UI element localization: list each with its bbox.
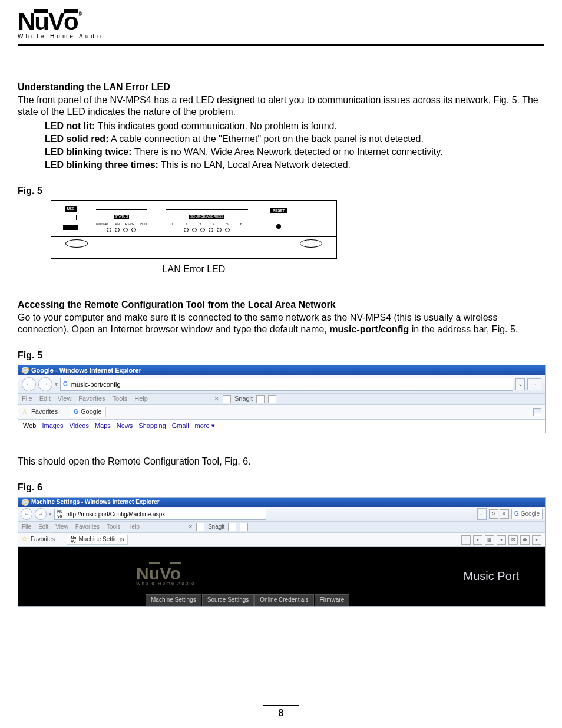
home-icon[interactable]: ⌂	[461, 535, 471, 545]
menu-tools[interactable]: Tools	[107, 523, 120, 531]
search-box[interactable]: G Google	[511, 509, 543, 519]
tab-source-settings[interactable]: Source Settings	[202, 594, 254, 606]
menu-view[interactable]: View	[58, 395, 72, 403]
nav-images[interactable]: Images	[42, 422, 63, 430]
ie-icon	[22, 499, 29, 506]
favorites-star-icon[interactable]: ☆	[22, 408, 28, 416]
fig6-label: Fig. 6	[18, 482, 544, 493]
dropdown-icon[interactable]: ▾	[473, 535, 482, 545]
led-solid-text: A cable connection at the "Ethernet" por…	[108, 134, 423, 144]
tab-online-credentials[interactable]: Online Credentials	[254, 594, 313, 606]
fig5-caption: LAN Error LED	[51, 263, 337, 275]
section-1-intro: The front panel of the NV-MPS4 has a red…	[18, 94, 544, 118]
browser-window-machine: Machine Settings - Windows Internet Expl…	[18, 497, 546, 607]
snagit-tool-icon[interactable]	[228, 523, 236, 531]
browser-tab[interactable]: NuVo Machine Settings	[67, 535, 128, 545]
address-input[interactable]	[65, 510, 263, 518]
print-icon[interactable]: 🖶	[520, 535, 530, 545]
nav-videos[interactable]: Videos	[70, 422, 89, 430]
go-button[interactable]: →	[527, 378, 541, 390]
forward-button[interactable]: →	[35, 508, 47, 520]
google-nav-bar: Web Images Videos Maps News Shopping Gma…	[18, 420, 545, 433]
browser-title: Machine Settings - Windows Internet Expl…	[31, 499, 160, 506]
foot-icon	[65, 239, 88, 248]
browser-tab[interactable]: G Google	[70, 407, 105, 417]
address-input[interactable]	[70, 380, 510, 388]
menu-file[interactable]: File	[22, 395, 32, 403]
menu-file[interactable]: File	[22, 523, 31, 531]
favorites-label[interactable]: Favorites	[31, 536, 55, 543]
section-2-title: Accessing the Remote Configuration Tool …	[18, 299, 544, 311]
nuvo-logo: NuVo	[136, 566, 195, 581]
usb-label: USB	[65, 206, 77, 212]
menu-help[interactable]: Help	[127, 523, 140, 531]
snagit-close-icon[interactable]: ✕	[188, 523, 193, 531]
snagit-tool-icon[interactable]	[256, 395, 265, 403]
forward-button[interactable]: →	[38, 377, 52, 391]
header-rule	[18, 44, 544, 46]
nav-news[interactable]: News	[117, 422, 133, 430]
led-blink3-text: This is no LAN, Local Area Network detec…	[158, 160, 351, 170]
fig5-label: Fig. 5	[18, 185, 544, 197]
snagit-tool-icon[interactable]	[240, 523, 248, 531]
menu-favorites[interactable]: Favorites	[75, 523, 100, 531]
dropdown-icon[interactable]: ▾	[497, 535, 506, 545]
nuvo-favicon-icon: NuVo	[71, 536, 76, 543]
section-3-para: This should open the Remote Configuratio…	[18, 456, 544, 467]
refresh-button[interactable]: ↻	[489, 509, 498, 519]
nav-more[interactable]: more ▾	[195, 422, 215, 430]
snagit-close-icon[interactable]: ✕	[214, 395, 219, 403]
google-favicon-icon: G	[63, 381, 68, 388]
menu-help[interactable]: Help	[134, 395, 148, 403]
browser-titlebar: Machine Settings - Windows Internet Expl…	[18, 498, 545, 508]
tab-machine-settings[interactable]: Machine Settings	[146, 594, 201, 606]
nuvo-favicon-icon: NuVo	[57, 509, 62, 520]
nav-maps[interactable]: Maps	[95, 422, 111, 430]
foot-icon	[300, 239, 322, 248]
address-bar[interactable]: G	[60, 378, 513, 391]
favorites-label[interactable]: Favorites	[31, 408, 58, 416]
led-blink2-text: There is no WAN, Wide Area Network detec…	[132, 147, 443, 157]
tab-title: Machine Settings	[78, 536, 124, 543]
menu-view[interactable]: View	[55, 523, 68, 531]
back-button[interactable]: ←	[22, 377, 36, 391]
browser-titlebar: Google - Windows Internet Explorer	[18, 365, 545, 376]
menu-edit[interactable]: Edit	[39, 395, 51, 403]
address-dropdown[interactable]: ⌄	[515, 378, 525, 390]
back-button[interactable]: ←	[21, 508, 32, 520]
breadcrumb-sep: ▾	[49, 511, 52, 518]
favorites-star-icon[interactable]: ☆	[22, 536, 27, 543]
dropdown-icon[interactable]: ▾	[532, 535, 541, 545]
fig5b-label: Fig. 5	[18, 350, 544, 361]
breadcrumb-sep: ▾	[55, 381, 58, 388]
led-not-lit-text: This indicates good communication. No pr…	[95, 121, 337, 131]
home-icon[interactable]	[533, 408, 541, 416]
address-bar[interactable]: NuVo	[54, 509, 266, 520]
mail-icon[interactable]: ✉	[508, 535, 518, 545]
feeds-icon[interactable]: ▦	[485, 535, 494, 545]
ie-icon	[22, 367, 29, 374]
status-group: STATUS NuVoNetLANRS232HDD	[96, 209, 147, 232]
brand-tagline: Whole Home Audio	[18, 33, 106, 39]
status-title: STATUS	[114, 215, 130, 219]
stop-button[interactable]: ✕	[500, 509, 509, 519]
browser-window-google: Google - Windows Internet Explorer ← → ▾…	[18, 365, 546, 433]
browser-title: Google - Windows Internet Explorer	[31, 367, 141, 375]
menu-edit[interactable]: Edit	[38, 523, 48, 531]
snagit-label: Snagit	[234, 395, 253, 403]
section-2-para: Go to your computer and make sure it is …	[18, 312, 544, 335]
browser-menubar: File Edit View Favorites Tools Help ✕Sna…	[18, 394, 545, 405]
menu-tools[interactable]: Tools	[113, 395, 128, 403]
brand-header: NuVo® Whole Home Audio	[18, 12, 544, 39]
nuvo-tagline: Whole Home Audio	[136, 581, 195, 587]
tab-firmware[interactable]: Firmware	[315, 594, 350, 606]
menu-favorites[interactable]: Favorites	[78, 395, 105, 403]
google-favicon-icon: G	[514, 510, 519, 518]
nav-shopping[interactable]: Shopping	[138, 422, 166, 430]
nav-gmail[interactable]: Gmail	[172, 422, 189, 430]
nav-web[interactable]: Web	[23, 422, 36, 430]
page-number: 8	[0, 705, 562, 719]
led-blink2-label: LED blinking twice:	[45, 147, 132, 157]
snagit-tool-icon[interactable]	[268, 395, 276, 403]
address-dropdown[interactable]: ⌄	[477, 508, 487, 520]
